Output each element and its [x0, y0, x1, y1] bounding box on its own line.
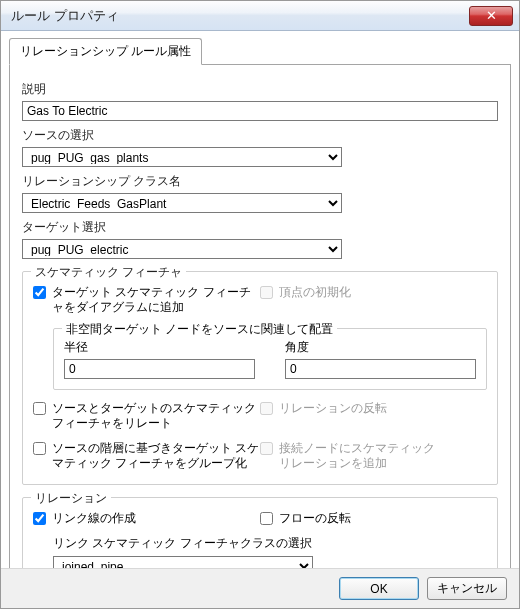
add-conn-node-checkbox-row: 接続ノードにスケマティック リレーションを追加	[260, 441, 487, 471]
titlebar: ルール プロパティ ✕	[1, 1, 519, 31]
init-vertex-checkbox-row: 頂点の初期化	[260, 285, 487, 300]
init-vertex-label: 頂点の初期化	[279, 285, 351, 300]
description-input[interactable]	[22, 101, 498, 121]
add-conn-node-checkbox	[260, 442, 273, 455]
nonspatial-legend: 非空間ターゲット ノードをソースに関連して配置	[62, 321, 337, 338]
relationship-class-select[interactable]: Electric_Feeds_GasPlant	[22, 193, 342, 213]
relationship-class-label: リレーションシップ クラス名	[22, 173, 498, 190]
group-label: ソースの階層に基づきターゲット スケマティック フィーチャをグループ化	[52, 441, 260, 471]
radius-input[interactable]	[64, 359, 255, 379]
description-label: 説明	[22, 81, 498, 98]
add-conn-node-label: 接続ノードにスケマティック リレーションを追加	[279, 441, 439, 471]
relate-checkbox-row: ソースとターゲットのスケマティック フィーチャをリレート	[33, 401, 260, 431]
group-checkbox[interactable]	[33, 442, 46, 455]
source-select[interactable]: pug_PUG_gas_plants	[22, 147, 342, 167]
add-target-checkbox-row: ターゲット スケマティック フィーチャをダイアグラムに追加	[33, 285, 260, 315]
schematic-legend: スケマティック フィーチャ	[31, 264, 186, 281]
relate-label: ソースとターゲットのスケマティック フィーチャをリレート	[52, 401, 260, 431]
target-label: ターゲット選択	[22, 219, 498, 236]
dialog-footer: OK キャンセル	[1, 568, 519, 608]
reverse-relation-label: リレーションの反転	[279, 401, 387, 416]
tabstrip: リレーションシップ ルール属性	[9, 37, 511, 64]
group-checkbox-row: ソースの階層に基づきターゲット スケマティック フィーチャをグループ化	[33, 441, 260, 471]
window-title: ルール プロパティ	[11, 7, 469, 25]
link-class-label: リンク スケマティック フィーチャクラスの選択	[53, 535, 487, 552]
relation-group: リレーション リンク線の作成 フローの反転 リンク スケマティック フィーチャ	[22, 497, 498, 568]
close-button[interactable]: ✕	[469, 6, 513, 26]
ok-button[interactable]: OK	[339, 577, 419, 600]
radius-label: 半径	[64, 339, 255, 356]
link-class-select[interactable]: joined_pipe	[53, 556, 313, 568]
content-area: リレーションシップ ルール属性 説明 ソースの選択 pug_PUG_gas_pl…	[1, 31, 519, 568]
source-label: ソースの選択	[22, 127, 498, 144]
add-target-label: ターゲット スケマティック フィーチャをダイアグラムに追加	[52, 285, 252, 315]
create-link-label: リンク線の作成	[52, 511, 136, 526]
reverse-flow-checkbox-row: フローの反転	[260, 511, 487, 526]
add-target-checkbox[interactable]	[33, 286, 46, 299]
relate-checkbox[interactable]	[33, 402, 46, 415]
reverse-flow-label: フローの反転	[279, 511, 351, 526]
create-link-checkbox-row: リンク線の作成	[33, 511, 260, 526]
tab-relationship-rule-attributes[interactable]: リレーションシップ ルール属性	[9, 38, 202, 65]
target-select[interactable]: pug_PUG_electric	[22, 239, 342, 259]
reverse-relation-checkbox-row: リレーションの反転	[260, 401, 487, 416]
reverse-flow-checkbox[interactable]	[260, 512, 273, 525]
angle-label: 角度	[285, 339, 476, 356]
schematic-feature-group: スケマティック フィーチャ ターゲット スケマティック フィーチャをダイアグラム…	[22, 271, 498, 485]
create-link-checkbox[interactable]	[33, 512, 46, 525]
init-vertex-checkbox	[260, 286, 273, 299]
angle-input[interactable]	[285, 359, 476, 379]
cancel-button[interactable]: キャンセル	[427, 577, 507, 600]
reverse-relation-checkbox	[260, 402, 273, 415]
tab-body: 説明 ソースの選択 pug_PUG_gas_plants リレーションシップ ク…	[9, 64, 511, 568]
relation-legend: リレーション	[31, 490, 111, 507]
nonspatial-group: 非空間ターゲット ノードをソースに関連して配置 半径 角度	[53, 328, 487, 390]
